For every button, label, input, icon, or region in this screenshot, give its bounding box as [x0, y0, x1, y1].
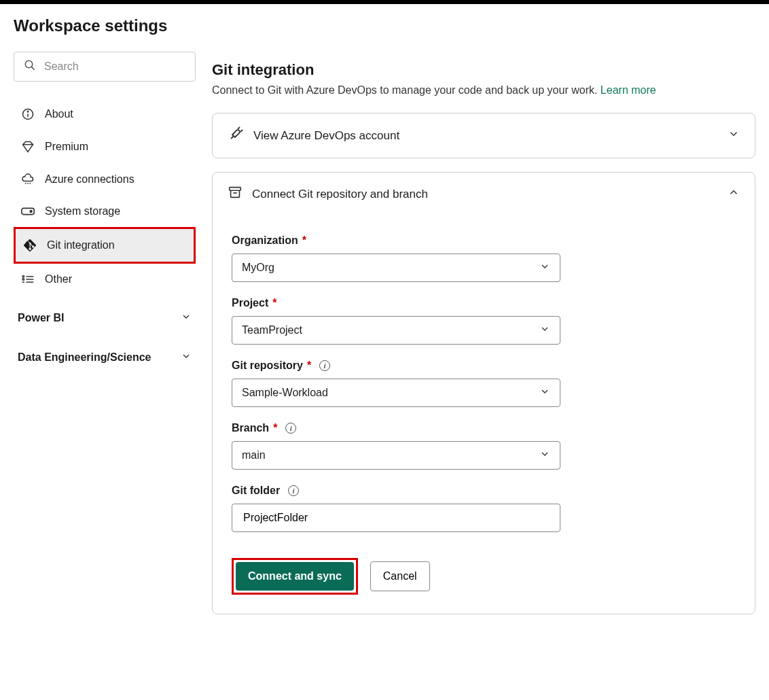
sidebar-section-label: Data Engineering/Science [18, 351, 151, 364]
diamond-icon [20, 140, 35, 154]
svg-rect-20 [230, 188, 241, 191]
svg-point-10 [30, 211, 32, 213]
label-text: Organization [232, 234, 298, 247]
connect-and-sync-button[interactable]: Connect and sync [236, 562, 354, 591]
storage-icon [20, 207, 35, 216]
sidebar-item-about[interactable]: About [14, 98, 196, 130]
card-connect-git: Connect Git repository and branch Organi… [212, 172, 755, 614]
select-value: TeamProject [242, 324, 302, 336]
learn-more-link[interactable]: Learn more [601, 84, 656, 96]
git-folder-input-wrapper[interactable] [232, 504, 560, 532]
info-icon[interactable]: i [288, 485, 299, 496]
main-description-text: Connect to Git with Azure DevOps to mana… [212, 84, 601, 96]
card-title: View Azure DevOps account [253, 129, 399, 143]
svg-point-11 [22, 276, 24, 278]
project-label: Project * [232, 297, 736, 309]
sidebar-item-label: Azure connections [45, 173, 135, 186]
search-icon [24, 59, 36, 74]
branch-select[interactable]: main [232, 441, 560, 470]
card-title: Connect Git repository and branch [252, 188, 428, 201]
list-icon [20, 274, 35, 285]
cloud-icon [20, 173, 35, 186]
chevron-down-icon [181, 311, 192, 325]
svg-line-19 [231, 136, 234, 139]
sidebar-item-label: About [45, 108, 73, 120]
select-value: main [242, 449, 266, 461]
sidebar-section-powerbi[interactable]: Power BI [14, 302, 196, 334]
main-title: Git integration [212, 61, 755, 79]
label-text: Branch [232, 422, 269, 434]
chevron-down-icon [728, 128, 740, 143]
svg-point-4 [27, 111, 28, 112]
svg-line-1 [32, 67, 35, 70]
sidebar-item-label: System storage [45, 205, 120, 217]
sidebar-item-premium[interactable]: Premium [14, 130, 196, 163]
sidebar-item-label: Git integration [47, 239, 115, 251]
branch-label: Branch * i [232, 422, 736, 434]
sidebar-item-system-storage[interactable]: System storage [14, 196, 196, 227]
chevron-down-icon [539, 261, 550, 275]
organization-select[interactable]: MyOrg [232, 253, 560, 282]
sidebar-item-git-integration[interactable]: Git integration [14, 227, 196, 264]
repository-select[interactable]: Sample-Workload [232, 379, 560, 407]
sidebar: Workspace settings About Premium Azure c… [14, 16, 196, 628]
card-connect-git-header[interactable]: Connect Git repository and branch [213, 173, 755, 215]
select-value: MyOrg [242, 262, 274, 274]
archive-icon [228, 185, 243, 203]
required-asterisk: * [273, 422, 277, 434]
git-icon [22, 239, 37, 252]
label-text: Git repository [232, 360, 303, 372]
sidebar-item-other[interactable]: Other [14, 264, 196, 295]
organization-label: Organization * [232, 234, 736, 247]
label-text: Git folder [232, 485, 280, 497]
main-content: Git integration Connect to Git with Azur… [212, 16, 755, 628]
repository-label: Git repository * i [232, 360, 736, 372]
chevron-down-icon [181, 351, 192, 364]
card-view-account-header[interactable]: View Azure DevOps account [213, 113, 755, 158]
info-icon[interactable]: i [285, 423, 296, 434]
info-icon[interactable]: i [319, 360, 330, 371]
main-description: Connect to Git with Azure DevOps to mana… [212, 84, 755, 97]
plug-icon [228, 126, 244, 145]
svg-line-17 [238, 127, 240, 129]
card-view-account: View Azure DevOps account [212, 113, 755, 158]
search-input-wrapper[interactable] [14, 52, 196, 82]
git-folder-input[interactable] [242, 511, 550, 525]
chevron-down-icon [539, 449, 550, 462]
sidebar-section-data-engineering[interactable]: Data Engineering/Science [14, 341, 196, 374]
connect-button-highlight: Connect and sync [232, 558, 358, 595]
required-asterisk: * [307, 360, 311, 372]
select-value: Sample-Workload [242, 387, 328, 399]
cancel-button[interactable]: Cancel [370, 561, 430, 591]
sidebar-item-label: Premium [45, 141, 88, 153]
svg-point-13 [22, 279, 24, 281]
info-icon [20, 107, 35, 121]
chevron-down-icon [539, 386, 550, 400]
required-asterisk: * [272, 297, 276, 309]
git-folder-label: Git folder i [232, 485, 736, 497]
required-asterisk: * [302, 234, 306, 247]
svg-line-18 [240, 130, 243, 132]
sidebar-item-azure-connections[interactable]: Azure connections [14, 163, 196, 196]
sidebar-item-label: Other [45, 273, 72, 285]
chevron-up-icon [728, 186, 740, 202]
chevron-down-icon [539, 323, 550, 337]
search-input[interactable] [43, 60, 185, 73]
label-text: Project [232, 297, 268, 309]
project-select[interactable]: TeamProject [232, 316, 560, 345]
page-title: Workspace settings [14, 16, 196, 35]
card-connect-git-body: Organization * MyOrg Project * TeamProje… [213, 215, 755, 614]
svg-point-0 [25, 60, 33, 68]
sidebar-section-label: Power BI [18, 312, 64, 324]
